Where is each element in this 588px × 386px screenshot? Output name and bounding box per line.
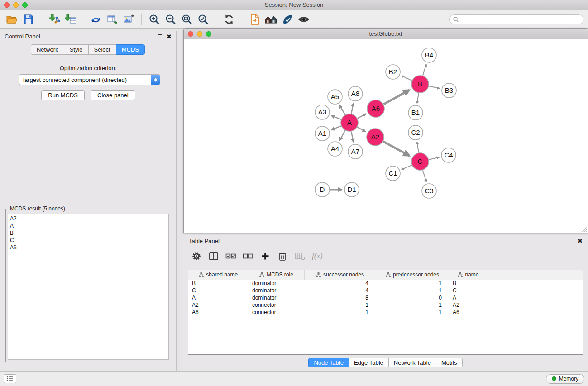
graph-node-A5[interactable]: A5 bbox=[328, 90, 342, 104]
show-task-history-button[interactable] bbox=[4, 374, 16, 383]
graph-edge-B-B1[interactable] bbox=[417, 93, 419, 104]
zoom-out-button[interactable] bbox=[163, 12, 179, 27]
tab-node-table[interactable]: Node Table bbox=[308, 358, 349, 367]
tab-network-table[interactable]: Network Table bbox=[388, 358, 436, 367]
column-header-shared-name[interactable]: shared name bbox=[188, 270, 249, 280]
float-panel-icon[interactable] bbox=[158, 34, 162, 38]
tab-edge-table[interactable]: Edge Table bbox=[349, 358, 389, 367]
graph-edge-A-A2[interactable] bbox=[357, 127, 365, 132]
tab-select[interactable]: Select bbox=[88, 44, 116, 55]
graph-node-B[interactable]: B bbox=[411, 76, 429, 93]
graph-node-A7[interactable]: A7 bbox=[348, 144, 363, 159]
deselect-all-button[interactable] bbox=[241, 249, 255, 263]
graph-edge-A2-C[interactable] bbox=[383, 142, 410, 156]
cell-name[interactable]: A2 bbox=[449, 301, 488, 309]
network-window-titlebar[interactable]: testGlobe.txt bbox=[184, 29, 588, 39]
apply-style-button[interactable] bbox=[279, 12, 296, 27]
export-image-button[interactable] bbox=[120, 12, 137, 27]
cell-predecessor-nodes[interactable]: 1 bbox=[376, 280, 449, 287]
graph-edge-C-C1[interactable] bbox=[402, 165, 411, 170]
mcds-result-item[interactable]: C bbox=[10, 237, 168, 244]
mcds-result-list[interactable]: A2 A B C A6 bbox=[8, 214, 169, 360]
mcds-result-item[interactable]: A2 bbox=[10, 215, 168, 222]
graph-node-A6[interactable]: A6 bbox=[367, 100, 384, 117]
cell-name[interactable]: A6 bbox=[449, 309, 488, 316]
graph-node-C2[interactable]: C2 bbox=[408, 125, 423, 140]
graph-edge-B-B3[interactable] bbox=[429, 86, 440, 88]
home-view-button[interactable] bbox=[263, 12, 279, 27]
cell-shared-name[interactable]: A bbox=[188, 294, 249, 301]
mcds-result-item[interactable]: B bbox=[10, 229, 168, 237]
delete-column-button[interactable] bbox=[276, 249, 289, 263]
tab-network[interactable]: Network bbox=[31, 44, 64, 55]
function-builder-button[interactable]: f(x) bbox=[312, 252, 323, 261]
cell-predecessor-nodes[interactable]: 1 bbox=[376, 287, 449, 294]
graph-node-C[interactable]: C bbox=[411, 153, 429, 170]
graph-edge-A-A6[interactable] bbox=[358, 114, 366, 119]
cell-mcds-role[interactable]: dominator bbox=[249, 280, 304, 287]
export-document-button[interactable] bbox=[247, 12, 263, 27]
cell-predecessor-nodes[interactable]: 1 bbox=[376, 301, 449, 309]
cell-predecessor-nodes[interactable]: 1 bbox=[376, 309, 449, 316]
close-panel-button[interactable]: Close panel bbox=[91, 90, 135, 100]
cell-successor-nodes[interactable]: 1 bbox=[304, 301, 376, 309]
graph-node-B1[interactable]: B1 bbox=[408, 105, 423, 120]
cell-shared-name[interactable]: B bbox=[188, 280, 249, 287]
table-row[interactable]: B dominator 4 1 B bbox=[188, 280, 583, 287]
delete-table-button[interactable] bbox=[293, 249, 306, 263]
graph-node-A[interactable]: A bbox=[341, 114, 358, 131]
cell-successor-nodes[interactable]: 1 bbox=[304, 309, 376, 316]
window-resize-handle[interactable] bbox=[582, 227, 587, 232]
graph-node-D[interactable]: D bbox=[315, 182, 330, 197]
graph-edge-C-C4[interactable] bbox=[429, 157, 440, 160]
tab-style[interactable]: Style bbox=[64, 44, 89, 55]
cell-name[interactable]: B bbox=[449, 280, 488, 287]
graph-node-C4[interactable]: C4 bbox=[441, 148, 456, 162]
mcds-result-item[interactable]: A6 bbox=[10, 244, 168, 251]
graph-edge-A6-B[interactable] bbox=[384, 90, 410, 104]
zoom-in-button[interactable] bbox=[146, 12, 163, 27]
new-network-button[interactable] bbox=[88, 12, 104, 27]
cell-mcds-role[interactable]: connector bbox=[249, 309, 304, 316]
cell-name[interactable]: A bbox=[449, 294, 488, 301]
graph-node-A3[interactable]: A3 bbox=[315, 105, 330, 119]
search-input[interactable] bbox=[449, 14, 583, 24]
tab-motifs[interactable]: Motifs bbox=[436, 358, 463, 367]
column-header-predecessor-nodes[interactable]: predecessor nodes bbox=[376, 270, 449, 280]
graph-edge-A-A5[interactable] bbox=[340, 105, 345, 115]
close-panel-icon[interactable]: ✖ bbox=[578, 238, 583, 244]
graph-edge-A-A1[interactable] bbox=[331, 126, 341, 130]
table-row[interactable]: A6 connector 1 1 A6 bbox=[188, 309, 583, 316]
tab-mcds[interactable]: MCDS bbox=[116, 44, 145, 55]
mcds-result-item[interactable]: A bbox=[10, 222, 168, 229]
cell-mcds-role[interactable]: dominator bbox=[249, 294, 304, 301]
cell-successor-nodes[interactable]: 8 bbox=[304, 294, 376, 301]
new-table-button[interactable] bbox=[104, 12, 120, 27]
memory-status-button[interactable]: Memory bbox=[546, 374, 584, 384]
cell-predecessor-nodes[interactable]: 0 bbox=[376, 294, 449, 301]
graph-node-A8[interactable]: A8 bbox=[348, 86, 363, 101]
graph-node-A4[interactable]: A4 bbox=[328, 142, 342, 156]
zoom-fit-button[interactable] bbox=[179, 12, 195, 27]
cell-mcds-role[interactable]: connector bbox=[249, 301, 304, 309]
graph-edge-C-C2[interactable] bbox=[417, 142, 419, 152]
cell-name[interactable]: C bbox=[449, 287, 488, 294]
close-panel-icon[interactable]: ✖ bbox=[167, 33, 172, 39]
graph-edge-B-B2[interactable] bbox=[402, 76, 412, 81]
graph-edge-A-A4[interactable] bbox=[339, 131, 345, 141]
network-canvas[interactable]: B4B2BB3A8A5A6A3B1AC2A1A2A4A7C4CC1C3DD1 bbox=[184, 39, 588, 233]
table-row[interactable]: C dominator 4 1 C bbox=[188, 287, 583, 294]
graph-node-B2[interactable]: B2 bbox=[386, 65, 400, 79]
graph-node-C1[interactable]: C1 bbox=[386, 166, 400, 181]
column-header-name[interactable]: name bbox=[449, 270, 488, 280]
dropdown-stepper-icon[interactable] bbox=[151, 75, 160, 85]
select-all-button[interactable] bbox=[224, 249, 238, 263]
column-header-successor-nodes[interactable]: successor nodes bbox=[304, 270, 376, 280]
toggle-visibility-button[interactable] bbox=[296, 12, 312, 27]
cell-shared-name[interactable]: C bbox=[188, 287, 249, 294]
refresh-layout-button[interactable] bbox=[221, 12, 237, 27]
cell-shared-name[interactable]: A2 bbox=[188, 301, 249, 309]
show-columns-button[interactable] bbox=[207, 249, 220, 263]
graph-edge-C-C3[interactable] bbox=[423, 170, 426, 182]
graph-edge-B-B4[interactable] bbox=[423, 64, 426, 76]
